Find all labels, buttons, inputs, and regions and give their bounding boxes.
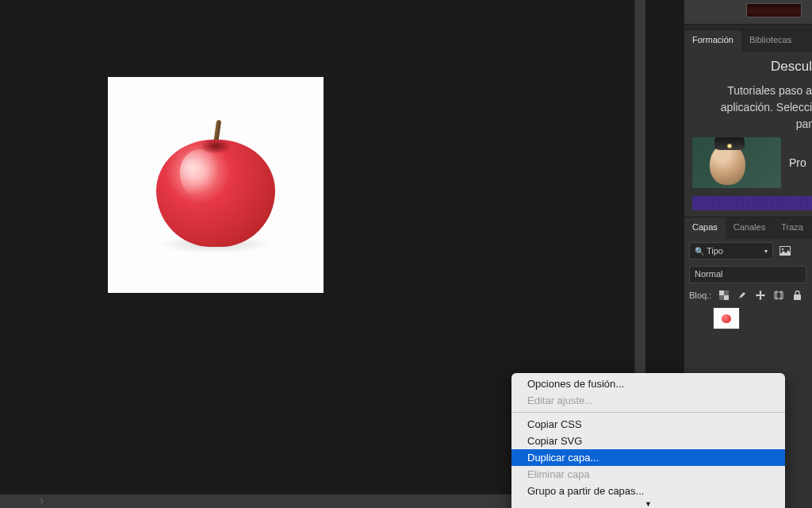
layer-row[interactable] xyxy=(684,304,812,333)
menu-copy-css[interactable]: Copiar CSS xyxy=(511,416,785,433)
apple-image xyxy=(156,124,275,247)
tab-capas[interactable]: Capas xyxy=(684,217,726,239)
lock-artboard-icon[interactable] xyxy=(773,290,784,301)
blend-mode-select[interactable]: Normal xyxy=(689,266,806,283)
layer-thumbnail xyxy=(713,307,740,329)
menu-edit-adjustment: Editar ajuste... xyxy=(511,392,785,409)
lock-all-icon[interactable] xyxy=(791,290,802,301)
filter-image-icon[interactable] xyxy=(778,244,792,258)
tab-formacion[interactable]: Formación xyxy=(684,30,741,52)
lock-brush-icon[interactable] xyxy=(737,290,748,301)
menu-separator xyxy=(511,412,785,413)
layer-filter-type[interactable]: 🔍 Tipo ▾ xyxy=(689,242,773,260)
menu-delete-layer: Eliminar capa xyxy=(511,466,785,483)
svg-rect-4 xyxy=(724,291,729,295)
lock-move-icon[interactable] xyxy=(755,290,766,301)
formation-desc-line1: Tutoriales paso a xyxy=(684,83,812,99)
navigator-thumbnail[interactable] xyxy=(746,3,802,17)
canvas-document[interactable] xyxy=(108,77,324,293)
formation-panel: Descul Tutoriales paso a aplicación. Sel… xyxy=(684,52,812,217)
formation-desc-line2: aplicación. Selecci xyxy=(684,99,812,116)
menu-duplicate-layer[interactable]: Duplicar capa... xyxy=(511,449,785,466)
panel-tabs-layers: Capas Canales Traza xyxy=(684,217,812,239)
tutorial-row-1[interactable]: Pro xyxy=(684,133,812,193)
search-icon: 🔍 xyxy=(695,247,704,256)
tutorial-thumbnail-1 xyxy=(692,137,781,188)
svg-point-1 xyxy=(782,248,783,250)
lock-label: Bloq.: xyxy=(689,291,711,300)
navigator-preview xyxy=(684,0,812,24)
layer-filter-row: 🔍 Tipo ▾ xyxy=(684,239,812,263)
lock-transparent-icon[interactable] xyxy=(718,290,730,301)
menu-fusion-options[interactable]: Opciones de fusión... xyxy=(511,375,785,392)
blend-mode-value: Normal xyxy=(695,269,722,279)
formation-desc-line3: par xyxy=(684,116,812,133)
svg-rect-9 xyxy=(794,294,801,300)
lock-row: Bloq.: xyxy=(684,287,812,304)
menu-copy-svg[interactable]: Copiar SVG xyxy=(511,433,785,449)
menu-group-from-layers[interactable]: Grupo a partir de capas... xyxy=(511,483,785,499)
svg-rect-5 xyxy=(719,295,724,300)
panel-tabs-top: Formación Bibliotecas xyxy=(684,30,812,52)
formation-title: Descul xyxy=(684,59,812,75)
chevron-down-icon: ▾ xyxy=(764,248,768,255)
tutorial-thumbnail-2[interactable] xyxy=(692,196,812,210)
svg-rect-2 xyxy=(719,291,724,295)
menu-scroll-down-icon[interactable]: ▼ xyxy=(511,499,785,508)
context-menu: Opciones de fusión... Editar ajuste... C… xyxy=(511,373,785,508)
status-bar-chevron-icon[interactable]: 〉 xyxy=(40,496,48,507)
tab-trazados[interactable]: Traza xyxy=(773,217,811,239)
tab-bibliotecas[interactable]: Bibliotecas xyxy=(741,30,799,52)
svg-rect-3 xyxy=(724,295,729,300)
tutorial-label-1: Pro xyxy=(789,156,806,169)
blend-mode-row: Normal xyxy=(684,263,812,287)
filter-type-label: Tipo xyxy=(707,246,723,256)
tab-canales[interactable]: Canales xyxy=(726,217,773,239)
